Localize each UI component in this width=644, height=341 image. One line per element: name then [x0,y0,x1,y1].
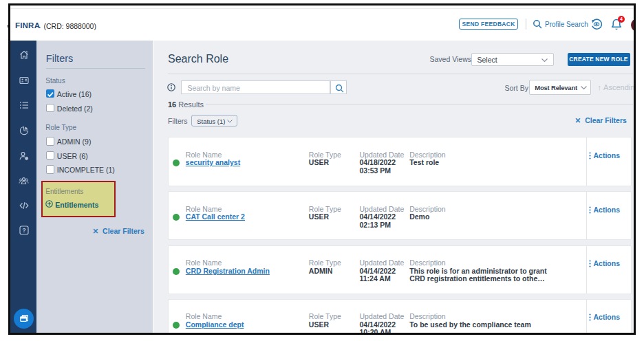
svg-text:?: ? [22,227,26,234]
svg-text:FINRA: FINRA [15,21,40,30]
